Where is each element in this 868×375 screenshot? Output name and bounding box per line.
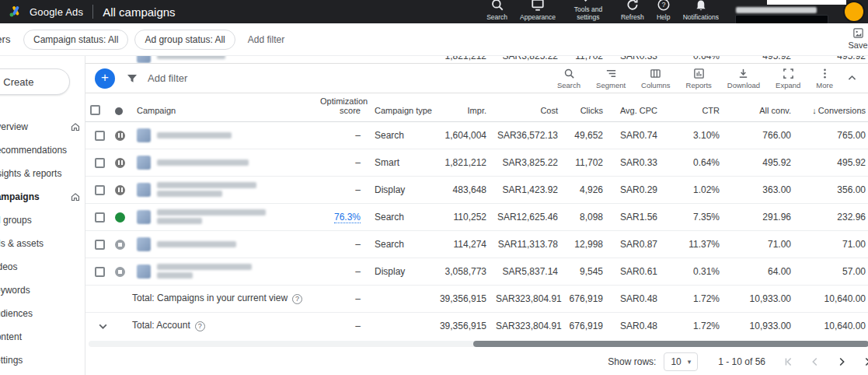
metric-all_conv: 64.00 bbox=[768, 266, 791, 277]
more-button[interactable]: More bbox=[816, 68, 833, 89]
first-page-button[interactable] bbox=[783, 356, 795, 368]
campaign-name-redacted[interactable] bbox=[137, 156, 320, 170]
sidebar-item-ad-groups[interactable]: Ad groups bbox=[0, 209, 85, 232]
column-header-clicks[interactable]: Clicks bbox=[567, 93, 612, 121]
sidebar-item-ads-assets[interactable]: Ads & assets bbox=[0, 232, 85, 255]
status-enabled-icon bbox=[115, 212, 125, 223]
select-all-checkbox[interactable] bbox=[90, 105, 100, 115]
account-info[interactable] bbox=[736, 7, 828, 23]
expand-button[interactable]: Expand bbox=[776, 68, 800, 89]
create-button[interactable]: + Create bbox=[0, 68, 70, 95]
column-header-all-conv[interactable]: All conv. bbox=[729, 93, 800, 121]
reports-button[interactable]: Reports bbox=[686, 68, 712, 89]
more-vertical-icon bbox=[819, 68, 831, 79]
sidebar-item-settings[interactable]: Settings bbox=[0, 349, 85, 372]
metric-cost: SAR1,423.92 bbox=[503, 184, 558, 195]
column-header-avg-cpc[interactable]: Avg. CPC bbox=[612, 93, 667, 121]
sidebar-item-videos[interactable]: Videos bbox=[0, 255, 85, 279]
campaign-name-redacted[interactable] bbox=[137, 182, 320, 197]
show-rows-value: 10 bbox=[671, 356, 681, 367]
help-icon: ? bbox=[657, 0, 671, 12]
metric-impr: 483,648 bbox=[453, 184, 486, 195]
status-ended-icon bbox=[115, 267, 125, 277]
column-header-optimization-score[interactable]: Optimization score bbox=[320, 93, 370, 121]
metric-ctr: 1.02% bbox=[693, 184, 720, 195]
sidebar-item-recommendations[interactable]: Recommendations bbox=[0, 138, 85, 162]
download-button[interactable]: Download bbox=[727, 68, 760, 89]
save-button[interactable]: Save bbox=[842, 27, 868, 50]
sidebar-item-campaigns[interactable]: Campaigns bbox=[0, 185, 85, 209]
campaign-thumbnail bbox=[137, 210, 151, 224]
row-checkbox[interactable] bbox=[95, 212, 105, 223]
column-header-campaign[interactable]: Campaign bbox=[137, 93, 320, 121]
column-header-ctr[interactable]: CTR bbox=[667, 93, 729, 121]
collapse-panel-button[interactable] bbox=[847, 73, 857, 83]
previous-page-button[interactable] bbox=[809, 356, 821, 368]
help-info-icon[interactable]: ? bbox=[195, 321, 205, 331]
sidebar-item-overview[interactable]: Overview bbox=[0, 115, 85, 138]
ad-group-status-filter-chip[interactable]: Ad group status: All bbox=[134, 30, 235, 50]
status-column-icon[interactable] bbox=[115, 107, 123, 115]
sidebar-item-content[interactable]: Content bbox=[0, 325, 85, 349]
column-header-campaign-type[interactable]: Campaign type bbox=[370, 93, 431, 121]
table-search-button[interactable]: Search bbox=[557, 68, 580, 89]
chevron-down-icon[interactable] bbox=[98, 321, 108, 334]
metric-conv: 495.92 bbox=[837, 56, 866, 61]
campaign-status-filter-chip[interactable]: Campaign status: All bbox=[23, 30, 128, 50]
status-ended-icon bbox=[115, 240, 125, 250]
campaign-name-redacted[interactable] bbox=[137, 128, 320, 142]
filter-funnel-icon[interactable] bbox=[126, 72, 138, 85]
topbar-notifications-button[interactable]: Notifications bbox=[683, 0, 719, 23]
next-page-button[interactable] bbox=[835, 356, 848, 368]
campaign-thumbnail bbox=[137, 265, 151, 279]
redacted-text bbox=[157, 159, 249, 166]
home-icon bbox=[71, 122, 80, 131]
campaign-name-redacted[interactable] bbox=[137, 209, 320, 224]
row-checkbox[interactable] bbox=[95, 267, 105, 277]
sidebar-item-keywords[interactable]: Keywords bbox=[0, 279, 85, 302]
metric-all_conv: 10,933.00 bbox=[750, 321, 791, 331]
columns-button[interactable]: Columns bbox=[641, 68, 671, 89]
toolbar-add-filter[interactable]: Add filter bbox=[148, 72, 187, 84]
last-page-icon bbox=[862, 356, 868, 368]
scrollbar-track[interactable] bbox=[89, 341, 865, 347]
total-label: Total: Campaigns in your current view bbox=[132, 293, 288, 303]
segment-button[interactable]: Segment bbox=[596, 68, 626, 89]
campaign-name-redacted[interactable] bbox=[137, 264, 320, 279]
scrollbar-thumb[interactable] bbox=[473, 341, 868, 347]
topbar-brand-area[interactable]: Google Ads All campaigns bbox=[0, 0, 176, 23]
metric-all_conv: 766.00 bbox=[762, 130, 791, 141]
column-header-impr[interactable]: Impr. bbox=[431, 93, 496, 121]
redacted-text bbox=[157, 218, 202, 224]
column-header-conversions[interactable]: ↓Conversions bbox=[800, 93, 868, 121]
avatar[interactable] bbox=[845, 2, 863, 21]
horizontal-scrollbar[interactable] bbox=[85, 339, 868, 349]
first-page-icon bbox=[783, 356, 795, 368]
metric-impr: 1,604,004 bbox=[445, 130, 486, 141]
campaign-name-redacted[interactable] bbox=[137, 237, 320, 251]
topbar-appearance-button[interactable]: Appearance bbox=[520, 0, 556, 23]
divider bbox=[92, 5, 93, 19]
campaign-name-redacted[interactable] bbox=[137, 56, 320, 63]
help-info-icon[interactable]: ? bbox=[292, 294, 302, 304]
topbar-tools-settings-button[interactable]: Tools and settings bbox=[568, 0, 608, 23]
sidebar-item-insights-reports[interactable]: Insights & reports bbox=[0, 162, 85, 185]
topbar-refresh-button[interactable]: Refresh bbox=[621, 0, 644, 23]
table-row: –Display3,058,773SAR5,837.149,545SAR0.61… bbox=[85, 258, 868, 285]
add-campaign-button[interactable]: + bbox=[95, 68, 115, 89]
topbar-search-button[interactable]: Search bbox=[486, 0, 507, 23]
row-checkbox[interactable] bbox=[95, 131, 105, 141]
topbar-help-button[interactable]: ? Help bbox=[657, 0, 671, 23]
column-header-cost[interactable]: Cost bbox=[496, 93, 567, 121]
redacted-text bbox=[157, 56, 225, 59]
optimization-score-link[interactable]: 76.3% bbox=[334, 212, 361, 223]
metric-ctr: 0.31% bbox=[693, 266, 720, 277]
show-rows-select[interactable]: 10 ▾ bbox=[664, 352, 698, 371]
metric-impr: 39,356,915 bbox=[440, 293, 486, 304]
row-checkbox[interactable] bbox=[95, 158, 105, 168]
add-filter-link[interactable]: Add filter bbox=[248, 34, 284, 45]
last-page-button[interactable] bbox=[862, 356, 868, 368]
row-checkbox[interactable] bbox=[95, 240, 105, 250]
sidebar-item-audiences[interactable]: Audiences bbox=[0, 302, 85, 325]
row-checkbox[interactable] bbox=[95, 185, 105, 195]
